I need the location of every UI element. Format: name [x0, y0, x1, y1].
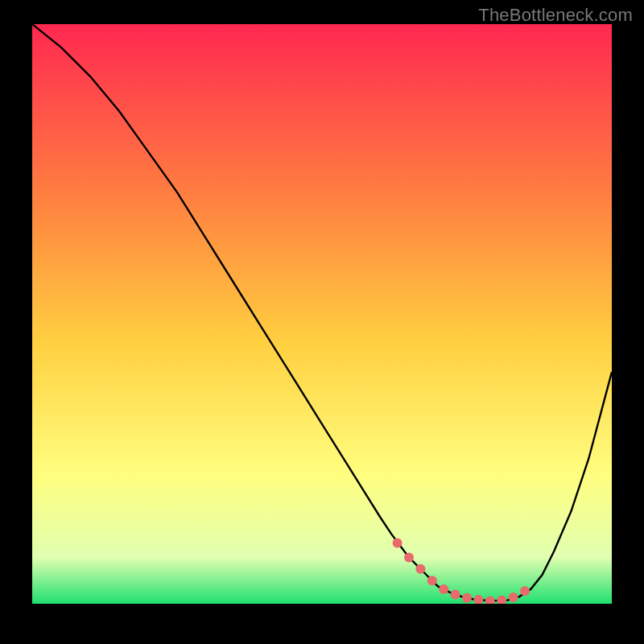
marker-dot — [509, 592, 518, 602]
marker-dot — [415, 564, 425, 574]
marker-dot — [427, 576, 437, 585]
watermark-text: TheBottleneck.com — [478, 5, 633, 26]
marker-dot — [393, 538, 402, 547]
plot-svg — [32, 24, 612, 604]
plot-area — [32, 24, 612, 604]
marker-dot — [404, 552, 414, 562]
chart-container: TheBottleneck.com — [0, 0, 644, 644]
marker-dot — [439, 584, 448, 594]
marker-dot — [520, 586, 530, 596]
marker-dot — [462, 593, 472, 603]
marker-dot — [451, 589, 460, 599]
